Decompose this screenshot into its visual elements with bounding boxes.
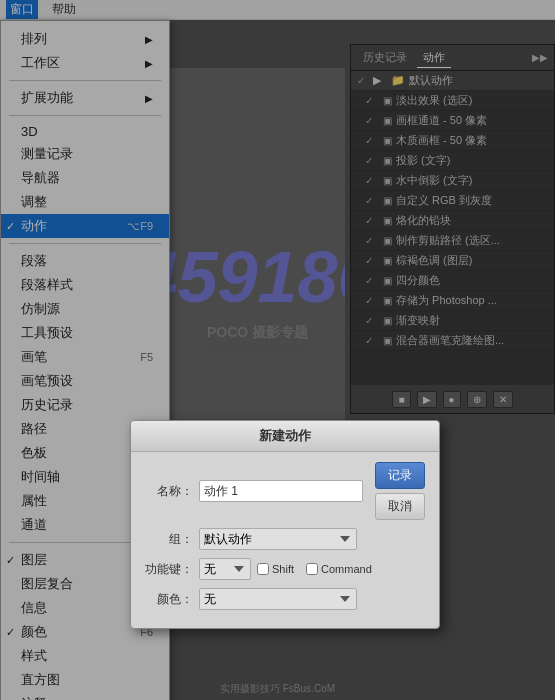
shift-label: Shift <box>272 563 294 575</box>
cancel-button[interactable]: 取消 <box>375 493 425 520</box>
color-label: 颜色： <box>145 591 193 608</box>
dialog-keys-row: 功能键： 无 Shift Command <box>145 558 425 580</box>
keys-label: 功能键： <box>145 561 193 578</box>
dialog-body: 名称： 记录 取消 组： 默认动作 功能键： 无 Shift <box>131 452 439 628</box>
dialog-title: 新建动作 <box>131 421 439 452</box>
group-label: 组： <box>145 531 193 548</box>
command-label: Command <box>321 563 372 575</box>
color-select[interactable]: 无 <box>199 588 357 610</box>
group-select[interactable]: 默认动作 <box>199 528 357 550</box>
dialog-group-row: 组： 默认动作 <box>145 528 425 550</box>
dialog-color-row: 颜色： 无 <box>145 588 425 610</box>
shift-checkbox-label: Shift <box>257 563 294 575</box>
name-input[interactable] <box>199 480 363 502</box>
command-checkbox-label: Command <box>306 563 372 575</box>
new-action-dialog: 新建动作 名称： 记录 取消 组： 默认动作 功能键： 无 <box>130 420 440 629</box>
record-button[interactable]: 记录 <box>375 462 425 489</box>
keys-select[interactable]: 无 <box>199 558 251 580</box>
dialog-buttons: 记录 取消 <box>375 462 425 520</box>
checkbox-group: Shift Command <box>257 563 372 575</box>
dialog-name-row: 名称： 记录 取消 <box>145 462 425 520</box>
name-label: 名称： <box>145 483 193 500</box>
shift-checkbox[interactable] <box>257 563 269 575</box>
command-checkbox[interactable] <box>306 563 318 575</box>
